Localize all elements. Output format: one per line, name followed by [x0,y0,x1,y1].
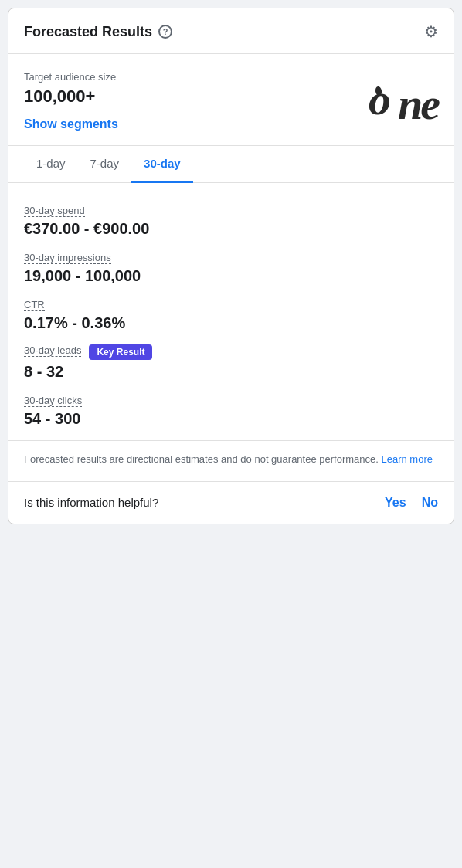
metric-spend: 30-day spend €370.00 - €900.00 [24,203,438,238]
disclaimer-text: Forecasted results are directional estim… [24,453,379,465]
metric-clicks-value: 54 - 300 [24,410,438,428]
header-left: Forecasted Results ? [24,24,172,40]
metric-clicks: 30-day clicks 54 - 300 [24,393,438,428]
help-icon[interactable]: ? [158,25,172,39]
key-result-badge: Key Result [89,344,152,360]
brand-logo: o ne [367,74,438,127]
metric-ctr-label: CTR [24,299,45,311]
metric-spend-label: 30-day spend [24,205,85,217]
tab-30-day[interactable]: 30-day [131,146,193,183]
disclaimer-section: Forecasted results are directional estim… [8,441,454,482]
metric-impressions-label: 30-day impressions [24,252,111,264]
tab-7-day[interactable]: 7-day [78,146,132,183]
svg-text:o: o [369,74,390,119]
no-button[interactable]: No [422,496,438,510]
learn-more-link[interactable]: Learn more [382,453,433,465]
feedback-actions: Yes No [385,496,438,510]
metrics-section: 30-day spend €370.00 - €900.00 30-day im… [8,183,454,441]
tab-1-day[interactable]: 1-day [24,146,78,183]
audience-section: Target audience size 100,000+ Show segme… [8,54,454,146]
metric-ctr-value: 0.17% - 0.36% [24,314,438,332]
metric-leads-label: 30-day leads [24,344,81,357]
metric-leads: 30-day leads Key Result 8 - 32 [24,344,438,381]
metric-leads-header: 30-day leads Key Result [24,344,438,360]
metric-impressions-value: 19,000 - 100,000 [24,267,438,285]
card-header: Forecasted Results ? ⚙ [8,8,454,54]
audience-size-label: Target audience size [24,71,116,83]
forecasted-results-card: Forecasted Results ? ⚙ Target audience s… [8,8,454,524]
metric-leads-value: 8 - 32 [24,363,438,381]
page-title: Forecasted Results [24,24,152,40]
show-segments-link[interactable]: Show segments [24,117,118,131]
audience-left: Target audience size 100,000+ Show segme… [24,70,118,131]
audience-size-value: 100,000+ [24,86,118,107]
metric-spend-value: €370.00 - €900.00 [24,220,438,238]
metric-clicks-label: 30-day clicks [24,395,82,407]
metric-impressions: 30-day impressions 19,000 - 100,000 [24,250,438,285]
feedback-question: Is this information helpful? [24,496,158,509]
gear-icon[interactable]: ⚙ [424,22,438,41]
metric-ctr: CTR 0.17% - 0.36% [24,297,438,332]
period-tabs: 1-day 7-day 30-day [8,146,454,183]
feedback-footer: Is this information helpful? Yes No [8,482,454,524]
yes-button[interactable]: Yes [385,496,406,510]
